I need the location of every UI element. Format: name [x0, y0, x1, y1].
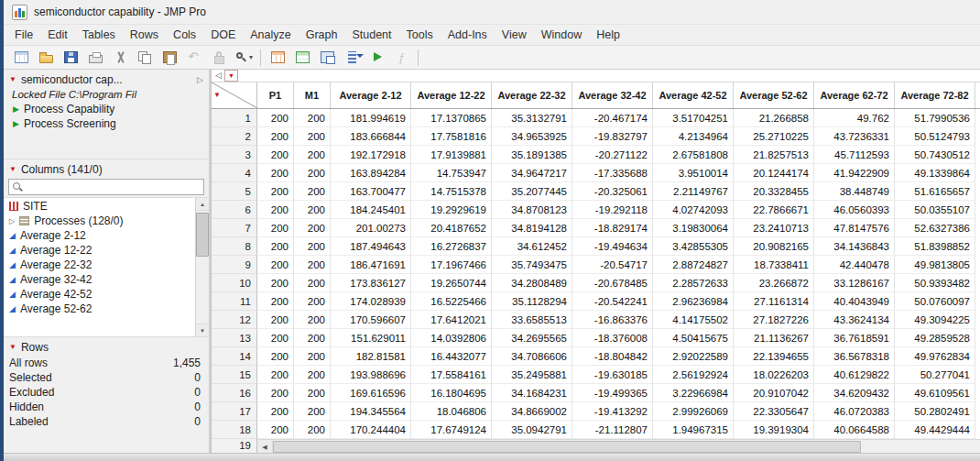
table-cell[interactable]: 200 [294, 311, 331, 329]
column-header-average-22-32[interactable]: Average 22-32 [492, 82, 572, 108]
table-cell[interactable]: 49.9813805 [895, 256, 975, 274]
table-cell[interactable]: 200 [294, 347, 331, 366]
table-cell[interactable]: 200 [294, 201, 331, 219]
paste-button[interactable] [158, 47, 181, 68]
column-header-average-52-62[interactable]: Average 52-62 [734, 82, 814, 108]
print-button[interactable] [83, 47, 107, 68]
table-cell[interactable]: 27.1161314 [734, 292, 814, 311]
table-cell[interactable]: -20.542241 [572, 292, 653, 311]
table-cell[interactable]: 21.1136267 [734, 329, 814, 347]
table-cell[interactable]: 47.8147576 [814, 219, 895, 237]
cut-button[interactable] [108, 47, 132, 68]
table-cell[interactable]: 182.81581 [331, 347, 411, 366]
table-cell[interactable]: 2.56192924 [653, 366, 734, 384]
table-cell[interactable]: 200 [257, 311, 294, 329]
table-cell[interactable]: 3.42855305 [653, 237, 734, 256]
table-cell[interactable]: -19.292118 [572, 201, 653, 219]
table-cell[interactable]: 200 [257, 421, 294, 439]
join-button[interactable] [315, 47, 339, 68]
rows-red-triangle-icon[interactable]: ▼ [9, 344, 16, 351]
table-cell[interactable]: 40.4043949 [814, 292, 895, 311]
table-cell[interactable]: 201.00273 [331, 219, 411, 237]
table-cell[interactable]: 35.2495881 [492, 366, 572, 384]
row-number[interactable]: 15 [212, 366, 257, 384]
column-header-average-32-42[interactable]: Average 32-42 [572, 82, 653, 108]
table-cell[interactable]: 170.596607 [331, 311, 411, 329]
row-number[interactable]: 1 [212, 109, 257, 127]
table-cell[interactable]: 14.7515378 [411, 182, 492, 201]
table-cell[interactable]: 19.2650744 [411, 274, 492, 292]
table-cell[interactable]: 34.9647217 [492, 164, 572, 182]
menu-cols[interactable]: Cols [166, 26, 203, 44]
table-cell[interactable]: 200 [294, 109, 331, 127]
table-cell[interactable]: 4.50415675 [653, 329, 734, 347]
table-cell[interactable]: 36.7618591 [814, 329, 895, 347]
table-cell[interactable]: 34.7086606 [492, 347, 572, 366]
row-number[interactable]: 9 [212, 256, 257, 274]
table-cell[interactable]: 51.6165657 [895, 182, 975, 201]
menu-student[interactable]: Student [344, 26, 398, 44]
table-cell[interactable]: 2.99926069 [653, 402, 734, 421]
table-cell[interactable]: 49.4429444 [895, 421, 975, 439]
menu-view[interactable]: View [495, 26, 534, 44]
table-cell[interactable]: 35.2077445 [492, 182, 572, 201]
table-cell[interactable]: 181.994619 [331, 109, 411, 127]
table-cell[interactable]: 50.277041 [895, 366, 975, 384]
table-cell[interactable]: 200 [257, 292, 294, 311]
table-cell[interactable]: 20.1244174 [734, 164, 814, 182]
table-cell[interactable]: 170.244404 [331, 421, 411, 439]
table-cell[interactable]: 193.988696 [331, 366, 411, 384]
column-header-average-72-82[interactable]: Average 72-82 [895, 82, 975, 108]
table-cell[interactable]: 43.7236331 [814, 127, 895, 146]
table-cell[interactable]: 34.1684231 [492, 384, 572, 402]
table-cell[interactable]: 27.1827226 [734, 311, 814, 329]
row-number[interactable]: 11 [212, 292, 257, 311]
table-cell[interactable]: 21.8257513 [734, 146, 814, 164]
column-header-average-42-52[interactable]: Average 42-52 [653, 82, 734, 108]
table-cell[interactable]: 4.14175502 [653, 311, 734, 329]
table-cell[interactable]: 187.494643 [331, 237, 411, 256]
copy-button[interactable] [133, 47, 157, 68]
table-cell[interactable]: -18.804842 [572, 347, 653, 366]
grid-corner-cell[interactable]: ▼ [212, 82, 257, 108]
column-header-average-2-12[interactable]: Average 2-12 [331, 82, 411, 108]
columns-red-triangle-icon[interactable]: ▼ [9, 166, 16, 173]
table-cell[interactable]: 50.0760097 [895, 292, 975, 311]
table-cell[interactable]: 16.4432077 [411, 347, 492, 366]
table-cell[interactable]: 21.266858 [734, 109, 814, 127]
horizontal-scrollbar[interactable]: ◀ [257, 439, 980, 454]
menu-window[interactable]: Window [534, 26, 589, 44]
table-cell[interactable]: -18.376008 [572, 329, 653, 347]
menu-help[interactable]: Help [589, 26, 627, 44]
table-cell[interactable]: 200 [294, 146, 331, 164]
row-number[interactable]: 2 [212, 127, 257, 146]
table-cell[interactable]: 49.3094225 [895, 311, 975, 329]
table-cell[interactable]: 49.2859528 [895, 329, 975, 347]
table-cell[interactable]: 200 [294, 329, 331, 347]
menu-tools[interactable]: Tools [399, 26, 441, 44]
run-script-button[interactable] [365, 47, 388, 68]
table-cell[interactable]: 20.3328455 [734, 182, 814, 201]
table-cell[interactable]: 200 [257, 146, 294, 164]
table-cell[interactable]: 200 [294, 366, 331, 384]
column-header-average-12-22[interactable]: Average 12-22 [411, 82, 492, 108]
table-cell[interactable]: 35.1128294 [492, 292, 572, 311]
table-cell[interactable]: -20.54717 [572, 256, 653, 274]
table-cell[interactable]: 42.440478 [814, 256, 895, 274]
table-cell[interactable]: 16.5225466 [411, 292, 492, 311]
table-cell[interactable]: 35.0942791 [492, 421, 572, 439]
script-item-process-screening[interactable]: ▶Process Screening [4, 116, 209, 131]
table-cell[interactable]: -20.678485 [572, 274, 653, 292]
menu-file[interactable]: File [7, 26, 40, 44]
table-cell[interactable]: 18.046806 [411, 402, 492, 421]
table-cell[interactable]: 200 [257, 384, 294, 402]
menu-tables[interactable]: Tables [75, 26, 123, 44]
collapse-panel-icon[interactable]: ◁ [215, 71, 222, 80]
column-header-average-62-72[interactable]: Average 62-72 [814, 82, 895, 108]
table-cell[interactable]: 3.9510014 [653, 164, 734, 182]
row-number[interactable]: 7 [212, 219, 257, 237]
table-cell[interactable]: 34.2808489 [492, 274, 572, 292]
table-cell[interactable]: 200 [257, 109, 294, 127]
table-cell[interactable]: 183.666844 [331, 127, 411, 146]
table-cell[interactable]: 34.612452 [492, 237, 572, 256]
